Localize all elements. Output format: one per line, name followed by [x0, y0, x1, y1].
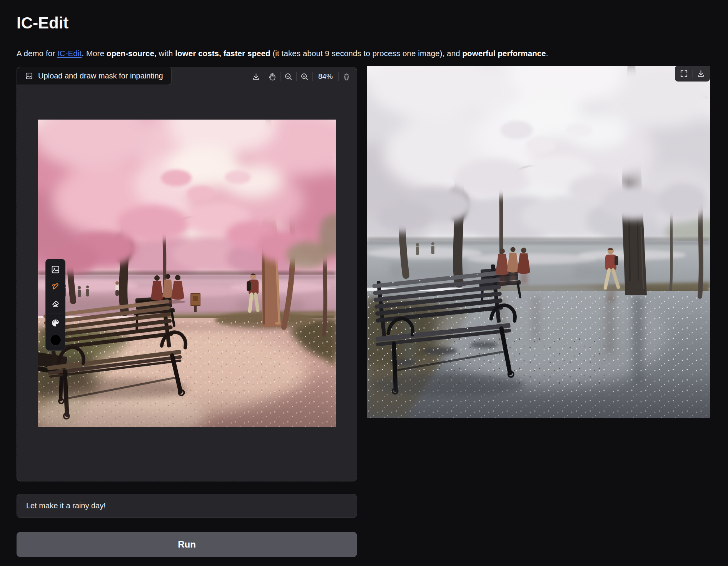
clear-image-button[interactable]: [340, 69, 353, 84]
palette-icon: [51, 318, 60, 328]
image-tool-button[interactable]: [47, 261, 64, 278]
output-image[interactable]: [367, 66, 710, 418]
eraser-icon: [51, 299, 60, 308]
app-page: IC-Edit A demo for IC-Edit. More open-so…: [0, 0, 728, 566]
palette-tool-button[interactable]: [47, 315, 64, 331]
zoom-in-icon: [300, 72, 309, 81]
toolbar-divider: [264, 72, 264, 81]
download-icon: [252, 72, 260, 81]
draw-tool-button[interactable]: [47, 278, 64, 295]
palette-divider: [48, 313, 63, 313]
output-toolbar: [675, 66, 710, 82]
demo-description: A demo for IC-Edit. More open-source, wi…: [17, 49, 548, 58]
color-swatch-button[interactable]: [47, 331, 64, 348]
toolbar-divider: [296, 72, 297, 81]
output-download-button[interactable]: [694, 66, 708, 82]
run-button[interactable]: Run: [17, 532, 357, 557]
color-swatch: [50, 335, 61, 346]
editor-toolbar: 84%: [249, 68, 353, 85]
editor-tab-label: Upload and draw mask for inpainting: [38, 72, 163, 80]
toolbar-divider: [338, 72, 339, 81]
image-icon: [51, 265, 60, 274]
input-image[interactable]: [38, 120, 336, 427]
zoom-in-button[interactable]: [298, 69, 311, 84]
editor-tab: Upload and draw mask for inpainting: [17, 67, 172, 85]
toolbar-divider: [692, 70, 693, 78]
toolbar-divider: [280, 72, 281, 81]
prompt-input[interactable]: [25, 501, 348, 511]
image-editor-panel: Upload and draw mask for inpainting: [17, 67, 357, 481]
prompt-container: [17, 494, 357, 518]
toolbar-divider: [312, 72, 313, 81]
fullscreen-icon: [680, 69, 688, 78]
page-title: IC-Edit: [17, 14, 68, 32]
draw-icon: [51, 282, 60, 291]
download-button[interactable]: [249, 69, 263, 84]
trash-icon: [342, 72, 351, 81]
erase-tool-button[interactable]: [47, 295, 64, 312]
pan-button[interactable]: [265, 69, 279, 84]
edit-tool-palette: [45, 259, 65, 351]
ic-edit-link[interactable]: IC-Edit: [57, 49, 82, 58]
zoom-level: 84%: [314, 72, 337, 81]
zoom-out-icon: [284, 72, 293, 81]
pan-icon: [268, 72, 277, 81]
download-icon: [696, 69, 705, 78]
fullscreen-button[interactable]: [677, 66, 691, 82]
image-icon: [25, 72, 33, 80]
zoom-out-button[interactable]: [282, 69, 295, 84]
